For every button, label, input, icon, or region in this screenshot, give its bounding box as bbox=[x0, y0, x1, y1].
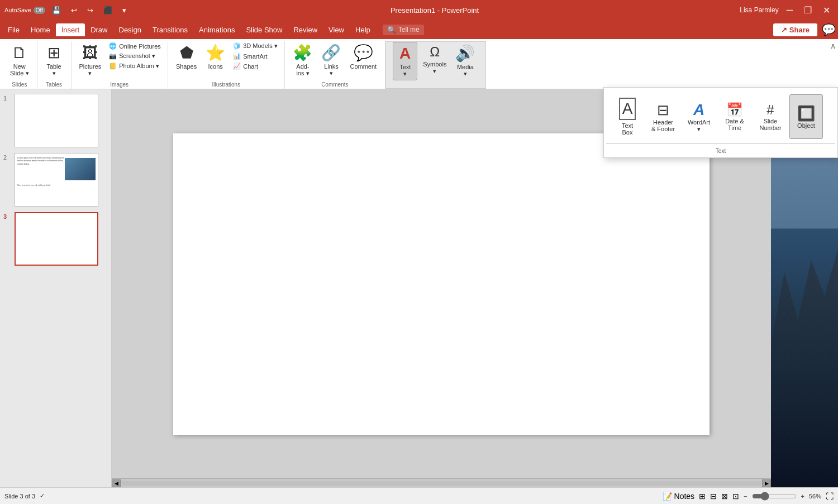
slide-item-3[interactable]: 3 bbox=[3, 212, 108, 266]
tables-group-label: Tables bbox=[46, 81, 62, 89]
spell-check-icon: ✓ bbox=[40, 492, 45, 500]
textbox-dropdown-button[interactable]: A Text Box bbox=[611, 94, 644, 139]
menu-slideshow[interactable]: Slide Show bbox=[240, 23, 288, 36]
new-slide-button[interactable]: 🗋 New Slide ▾ bbox=[7, 41, 32, 79]
share-button[interactable]: ↗ Share bbox=[773, 23, 817, 36]
ribbon-group-tables: ⊞ Table ▾ Tables bbox=[37, 41, 72, 89]
icons-button[interactable]: ⭐ Icons bbox=[202, 41, 228, 72]
pictures-button[interactable]: 🖼 Pictures ▾ bbox=[76, 41, 105, 79]
text-dropdown-panel: A Text Box ⊟ Header & Footer A WordArt ▾… bbox=[603, 87, 838, 158]
undo-button[interactable]: ↩ bbox=[68, 5, 80, 16]
menu-draw[interactable]: Draw bbox=[85, 23, 113, 36]
comment-ribbon-button[interactable]: 💬 Comment bbox=[346, 41, 380, 72]
zoom-plus[interactable]: + bbox=[801, 493, 804, 500]
slidenumber-dropdown-button[interactable]: # Slide Number bbox=[754, 94, 787, 139]
restore-button[interactable]: ❐ bbox=[801, 4, 815, 17]
wordart-dropdown-button[interactable]: A WordArt ▾ bbox=[682, 94, 716, 139]
shapes-button[interactable]: ⬟ Shapes bbox=[173, 41, 200, 72]
scroll-right-button[interactable]: ▶ bbox=[762, 479, 771, 487]
present-button[interactable]: ⬛ bbox=[100, 5, 116, 16]
normal-view-button[interactable]: ⊞ bbox=[699, 492, 706, 501]
menu-insert[interactable]: Insert bbox=[56, 23, 85, 36]
menu-file[interactable]: File bbox=[2, 23, 25, 36]
status-right: 📝 Notes ⊞ ⊟ ⊠ ⊡ − + 56% ⛶ bbox=[663, 492, 834, 501]
symbols-button[interactable]: Ω Symbols ▾ bbox=[420, 42, 450, 77]
online-pictures-icon: 🌐 bbox=[109, 42, 117, 50]
comment-button[interactable]: 💬 bbox=[822, 23, 836, 36]
addins-group-label: Comments bbox=[321, 81, 348, 89]
menu-help[interactable]: Help bbox=[350, 23, 376, 36]
header-footer-icon: ⊟ bbox=[657, 102, 669, 119]
chart-button[interactable]: 📈 Chart bbox=[231, 61, 280, 71]
ribbon-group-text: A Text ▾ Ω Symbols ▾ 🔊 Media ▾ bbox=[385, 41, 486, 89]
media-button[interactable]: 🔊 Media ▾ bbox=[452, 42, 478, 80]
symbols-icon: Ω bbox=[430, 44, 440, 60]
icons-icon: ⭐ bbox=[206, 44, 225, 62]
new-slide-icon: 🗋 bbox=[12, 44, 27, 62]
screenshot-button[interactable]: 📷 Screenshot ▾ bbox=[107, 51, 163, 61]
slide-white[interactable] bbox=[173, 133, 710, 435]
text-button[interactable]: A Text ▾ bbox=[393, 42, 417, 80]
redo-button[interactable]: ↪ bbox=[84, 5, 97, 16]
menu-design[interactable]: Design bbox=[113, 23, 147, 36]
datetime-dropdown-button[interactable]: 📅 Date & Time bbox=[718, 94, 751, 139]
text-dropdown-section-label: Text bbox=[716, 148, 726, 155]
slide-sorter-button[interactable]: ⊟ bbox=[710, 492, 717, 501]
zoom-minus[interactable]: − bbox=[744, 493, 747, 500]
photo-album-button[interactable]: 📒 Photo Album ▾ bbox=[107, 61, 163, 71]
ribbon-collapse-button[interactable]: ∧ bbox=[830, 41, 836, 50]
close-button[interactable]: ✕ bbox=[820, 4, 834, 17]
slides-panel: 1 2 Lorem ipsum dolor sit amet consectet… bbox=[0, 89, 112, 487]
save-button[interactable]: 💾 bbox=[49, 5, 64, 16]
object-dropdown-button[interactable]: 🔲 Object bbox=[789, 94, 823, 139]
zoom-level: 56% bbox=[809, 493, 821, 500]
chart-icon: 📈 bbox=[233, 63, 241, 70]
images-group-label: Images bbox=[110, 81, 128, 89]
header-footer-dropdown-button[interactable]: ⊟ Header & Footer bbox=[646, 94, 680, 139]
scroll-left-button[interactable]: ◀ bbox=[112, 479, 121, 487]
menu-transitions[interactable]: Transitions bbox=[147, 23, 193, 36]
customize-button[interactable]: ▾ bbox=[119, 5, 130, 16]
3d-models-icon: 🧊 bbox=[233, 42, 241, 50]
menu-view[interactable]: View bbox=[323, 23, 350, 36]
ribbon-group-slides: 🗋 New Slide ▾ Slides bbox=[2, 41, 37, 89]
notes-button[interactable]: 📝 Notes bbox=[663, 492, 694, 501]
zoom-slider[interactable] bbox=[752, 492, 797, 501]
title-bar-left: AutoSave Off 💾 ↩ ↪ ⬛ ▾ bbox=[4, 5, 130, 16]
title-bar-right: Lisa Parmley ─ ❐ ✕ bbox=[740, 4, 834, 17]
status-bar: Slide 3 of 3 ✓ 📝 Notes ⊞ ⊟ ⊠ ⊡ − + 56% ⛶ bbox=[0, 487, 838, 504]
notes-icon: 📝 bbox=[663, 492, 672, 501]
slide-item-1[interactable]: 1 bbox=[3, 94, 108, 147]
links-button[interactable]: 🔗 Links ▾ bbox=[318, 41, 344, 79]
presenter-view-button[interactable]: ⊡ bbox=[732, 492, 739, 501]
autosave-toggle[interactable]: Off bbox=[34, 7, 45, 14]
menu-home[interactable]: Home bbox=[25, 23, 56, 36]
media-icon: 🔊 bbox=[455, 44, 475, 63]
reading-view-button[interactable]: ⊠ bbox=[721, 492, 728, 501]
slide-thumb-3[interactable] bbox=[15, 212, 98, 266]
addins-button[interactable]: 🧩 Add- ins ▾ bbox=[289, 41, 316, 79]
fit-slide-button[interactable]: ⛶ bbox=[826, 492, 834, 501]
menu-animations[interactable]: Animations bbox=[193, 23, 240, 36]
table-button[interactable]: ⊞ Table ▾ bbox=[42, 41, 66, 79]
slide-thumb-2[interactable]: Lorem ipsum dolor sit amet consectetur a… bbox=[15, 153, 98, 207]
3d-models-button[interactable]: 🧊 3D Models ▾ bbox=[231, 41, 280, 51]
wordart-icon: A bbox=[693, 101, 704, 119]
minimize-button[interactable]: ─ bbox=[783, 4, 796, 16]
slide-num-3: 3 bbox=[3, 212, 11, 220]
slide-thumb-1[interactable] bbox=[15, 94, 98, 147]
slide-info: Slide 3 of 3 bbox=[4, 493, 35, 500]
autosave-label: AutoSave bbox=[4, 7, 31, 13]
slide-item-2[interactable]: 2 Lorem ipsum dolor sit amet consectetur… bbox=[3, 153, 108, 207]
title-bar: AutoSave Off 💾 ↩ ↪ ⬛ ▾ Presentation1 - P… bbox=[0, 0, 838, 20]
datetime-icon: 📅 bbox=[726, 102, 743, 118]
tell-me-input[interactable]: Tell me bbox=[398, 26, 420, 33]
online-pictures-button[interactable]: 🌐 Online Pictures bbox=[107, 41, 163, 51]
textbox-dropdown-icon: A bbox=[619, 98, 636, 120]
horizontal-scrollbar[interactable]: ◀ ▶ bbox=[112, 478, 771, 487]
ribbon-group-images: 🖼 Pictures ▾ 🌐 Online Pictures 📷 Screens… bbox=[72, 41, 168, 89]
smartart-button[interactable]: 📊 SmartArt bbox=[231, 51, 280, 61]
screenshot-icon: 📷 bbox=[109, 52, 117, 60]
object-icon: 🔲 bbox=[797, 105, 815, 122]
menu-review[interactable]: Review bbox=[288, 23, 323, 36]
